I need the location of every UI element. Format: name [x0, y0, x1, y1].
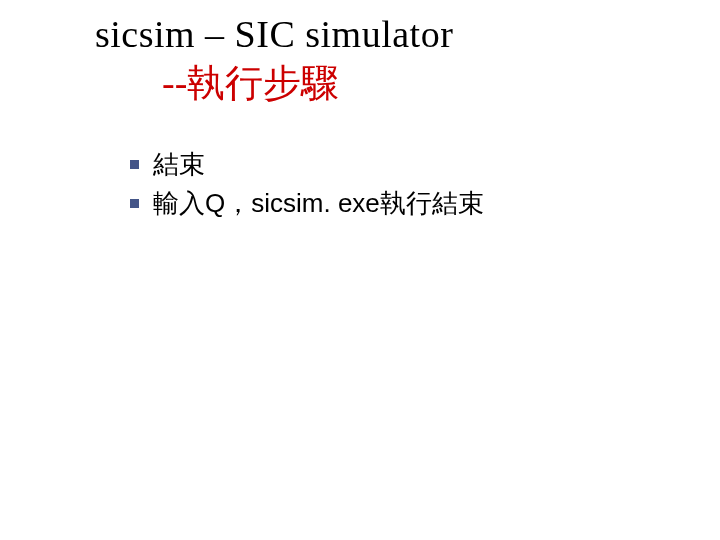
bullet-list: 結束 輸入Q，sicsim. exe執行結束	[0, 147, 720, 221]
bullet-text: 結束	[153, 147, 205, 182]
slide-title-line1: sicsim – SIC simulator	[0, 12, 720, 56]
list-item: 結束	[130, 147, 720, 182]
bullet-text: 輸入Q，sicsim. exe執行結束	[153, 186, 484, 221]
title-subtitle: 執行步驟	[187, 62, 339, 104]
list-item: 輸入Q，sicsim. exe執行結束	[130, 186, 720, 221]
title-dashes: --	[162, 62, 187, 104]
slide-content: sicsim – SIC simulator --執行步驟 結束 輸入Q，sic…	[0, 0, 720, 221]
square-bullet-icon	[130, 199, 139, 208]
square-bullet-icon	[130, 160, 139, 169]
slide-title-line2: --執行步驟	[0, 58, 720, 109]
